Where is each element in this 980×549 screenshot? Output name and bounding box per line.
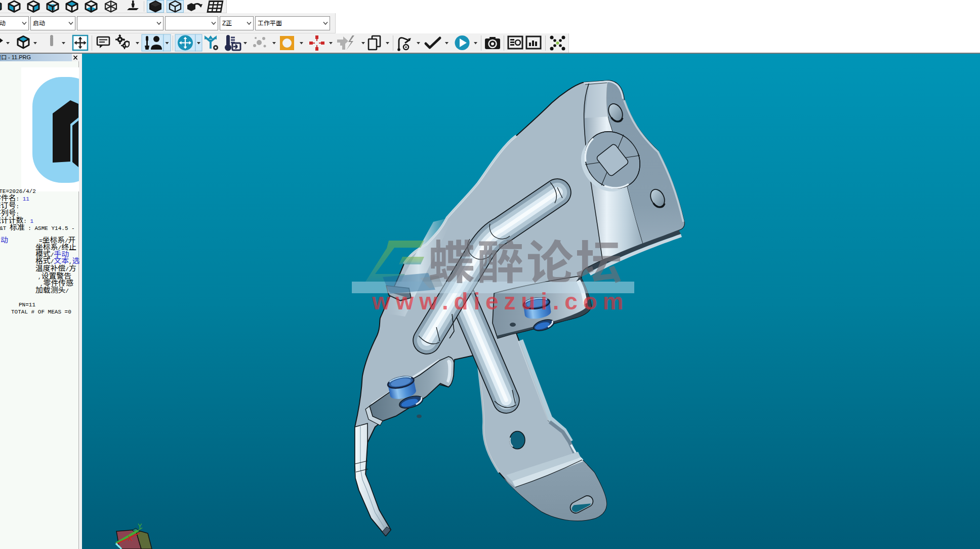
svg-text:蝶醉论坛: 蝶醉论坛 [428, 225, 625, 292]
svg-text:X: X [128, 535, 133, 543]
svg-text:www.diezui.com: www.diezui.com [372, 288, 629, 315]
svg-text:Y: Y [138, 523, 142, 531]
